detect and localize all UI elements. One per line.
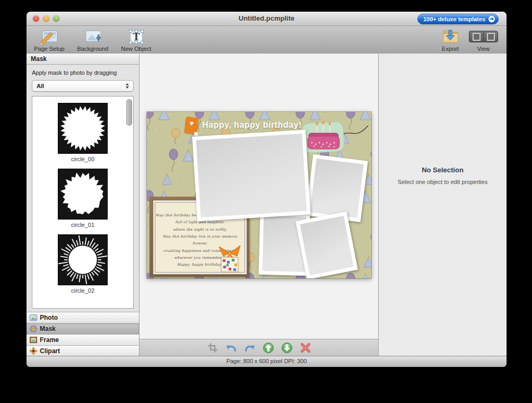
undo-icon bbox=[225, 343, 237, 353]
arrow-up-circle-icon bbox=[263, 342, 274, 354]
background-icon bbox=[82, 28, 103, 45]
new-object-button[interactable]: T New Object bbox=[121, 28, 151, 52]
view-label: View bbox=[477, 46, 490, 52]
mask-thumbnail[interactable] bbox=[58, 169, 107, 219]
undo-button[interactable] bbox=[225, 342, 237, 354]
arrow-down-circle-icon bbox=[281, 342, 293, 354]
export-button[interactable]: Export bbox=[440, 28, 460, 52]
mask-category-value: All bbox=[32, 83, 123, 89]
collage-page[interactable]: ♥ Happy, happy birthday! bbox=[147, 112, 371, 278]
background-label: Background bbox=[77, 46, 109, 52]
tab-photo-label: Photo bbox=[40, 314, 58, 321]
sidebar-header: Mask bbox=[27, 54, 139, 65]
mask-thumbnail[interactable] bbox=[58, 235, 107, 285]
card-title-text[interactable]: Happy, happy birthday! bbox=[202, 120, 302, 130]
clipart-icon bbox=[30, 347, 37, 355]
main-toolbar: Page Setup Background T bbox=[27, 26, 507, 54]
mask-label: circle_01 bbox=[71, 222, 94, 228]
canvas-area[interactable]: ♥ Happy, happy birthday! bbox=[139, 54, 378, 339]
move-down-button[interactable] bbox=[281, 342, 293, 354]
mask-icon bbox=[30, 325, 37, 332]
redo-button[interactable] bbox=[244, 342, 256, 354]
sidebar: Mask Apply mask to photo by dragging All… bbox=[27, 54, 139, 356]
title-bar[interactable]: Untitled.pcmplite 100+ deluxe templates … bbox=[27, 12, 507, 26]
sidebar-tab-photo[interactable]: Photo bbox=[27, 312, 139, 323]
sidebar-tab-clipart[interactable]: Clipart bbox=[27, 345, 139, 356]
svg-text:T: T bbox=[133, 31, 140, 42]
sidebar-tab-mask[interactable]: Mask bbox=[27, 323, 139, 334]
background-button[interactable]: Background bbox=[77, 28, 109, 52]
sidebar-tab-frame[interactable]: Frame bbox=[27, 334, 139, 345]
crop-button[interactable] bbox=[207, 342, 219, 354]
mask-list[interactable]: circle_00circle_01circle_02 bbox=[32, 96, 134, 309]
delete-x-icon bbox=[300, 342, 311, 354]
redo-icon bbox=[244, 343, 256, 353]
page-setup-label: Page Setup bbox=[34, 46, 65, 52]
mask-item-circle_01[interactable]: circle_01 bbox=[32, 162, 133, 228]
deluxe-templates-label: 100+ deluxe templates bbox=[423, 16, 485, 22]
object-action-bar bbox=[139, 339, 378, 356]
crop-icon bbox=[207, 343, 218, 353]
gift-box-clipart bbox=[215, 243, 245, 274]
view-single-button[interactable] bbox=[469, 31, 483, 42]
mask-label: circle_00 bbox=[71, 156, 94, 162]
mask-hint-text: Apply mask to photo by dragging bbox=[27, 65, 139, 79]
view-segmented-control bbox=[469, 31, 498, 42]
tab-frame-label: Frame bbox=[40, 336, 59, 344]
window-content: Mask Apply mask to photo by dragging All… bbox=[27, 54, 507, 356]
export-icon bbox=[440, 28, 460, 45]
photo-placeholder-bottom-right[interactable] bbox=[295, 212, 358, 278]
delete-button[interactable] bbox=[300, 342, 311, 354]
desktop: Untitled.pcmplite 100+ deluxe templates … bbox=[0, 0, 532, 403]
app-window: Untitled.pcmplite 100+ deluxe templates … bbox=[27, 12, 507, 367]
new-object-label: New Object bbox=[121, 46, 151, 52]
properties-panel: No Selection Select one object to edit p… bbox=[378, 54, 507, 356]
mask-thumbnail[interactable] bbox=[58, 103, 107, 153]
arrow-right-icon: ➔ bbox=[489, 16, 495, 22]
no-selection-subtitle: Select one object to edit properties bbox=[379, 179, 507, 185]
no-selection-title: No Selection bbox=[379, 166, 507, 174]
mask-category-dropdown[interactable]: All bbox=[32, 80, 134, 92]
birthday-cake-clipart[interactable] bbox=[300, 118, 364, 156]
view-double-button[interactable] bbox=[483, 31, 498, 42]
photo-icon bbox=[30, 314, 37, 321]
canvas-column: ♥ Happy, happy birthday! bbox=[139, 54, 378, 356]
page-setup-icon bbox=[39, 28, 60, 45]
photo-placeholder-right[interactable] bbox=[306, 154, 368, 222]
export-label: Export bbox=[442, 46, 459, 52]
frame-icon bbox=[30, 337, 37, 343]
dropdown-stepper-icon bbox=[123, 83, 133, 89]
tab-clipart-label: Clipart bbox=[40, 347, 60, 355]
deluxe-templates-button[interactable]: 100+ deluxe templates ➔ bbox=[417, 14, 499, 24]
status-bar: Page: 800 x 600 pixel DPI: 300 bbox=[27, 356, 507, 367]
new-object-icon: T bbox=[127, 28, 145, 45]
view-control: View bbox=[469, 28, 498, 52]
tab-mask-label: Mask bbox=[40, 325, 56, 332]
mask-label: circle_02 bbox=[71, 287, 94, 294]
page-setup-button[interactable]: Page Setup bbox=[34, 28, 65, 52]
letter-line: where the night is so softly, bbox=[155, 226, 245, 233]
heart-icon: ♥ bbox=[185, 119, 199, 128]
scrollbar-thumb[interactable] bbox=[126, 99, 132, 126]
move-up-button[interactable] bbox=[263, 342, 274, 354]
mask-item-circle_00[interactable]: circle_00 bbox=[32, 97, 133, 162]
photo-placeholder-large[interactable] bbox=[192, 130, 310, 222]
heart-card-clipart[interactable]: ♥ bbox=[184, 117, 199, 135]
mask-item-circle_02[interactable]: circle_02 bbox=[32, 228, 133, 294]
